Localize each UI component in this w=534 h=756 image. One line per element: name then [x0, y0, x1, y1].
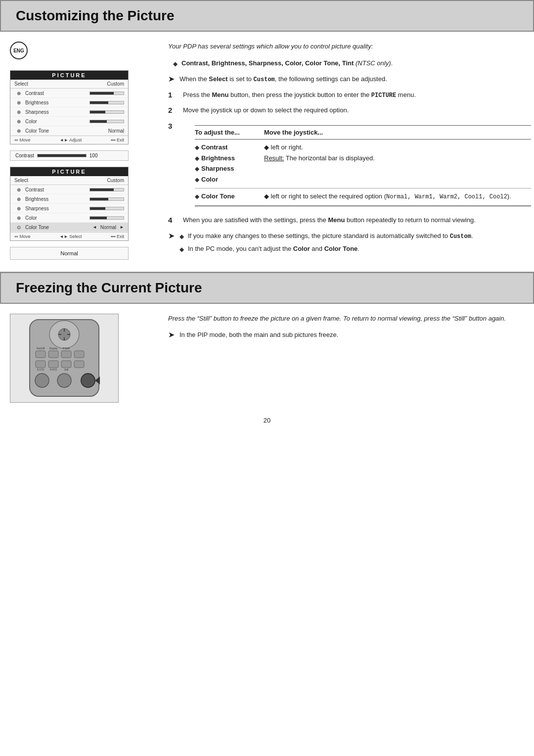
- step3-sharpness: ◆Sharpness: [195, 164, 531, 174]
- menu2-row-brightness: ⊕ Brightness: [10, 194, 128, 204]
- diamond-icon-5: ◆: [195, 176, 199, 183]
- svg-text:Display: Display: [49, 347, 58, 350]
- m2-contrast-label: Contrast: [25, 187, 88, 192]
- step3-colortone-action: ◆ left or right to select the required o…: [264, 191, 531, 201]
- section2-right-panel: Press the “Still” button to freeze the p…: [158, 314, 519, 403]
- step3-contrast-action: ◆ left or right.: [264, 142, 531, 152]
- m2-contrast-bar: [89, 188, 124, 191]
- adjust-label: ◄► Adjust: [59, 138, 82, 142]
- color-icon: ⊕: [14, 118, 23, 125]
- step2-text: Move the joystick up or down to select t…: [183, 105, 349, 115]
- brightness-icon: ⊕: [14, 99, 23, 106]
- svg-rect-7: [36, 351, 45, 358]
- right-panel: Your PDP has several settings which allo…: [158, 42, 519, 262]
- contrast-standalone: Contrast 100: [10, 150, 129, 161]
- contrast-standalone-value: 100: [89, 153, 98, 158]
- step3-table: To adjust the... Move the joystick... ◆C…: [195, 125, 531, 207]
- menu2-row-contrast: ⊕ Contrast: [10, 185, 128, 194]
- svg-rect-15: [48, 361, 58, 368]
- step3-brightness-action: Result: The horizontal bar is displayed.: [264, 153, 531, 163]
- m2-sharpness-label: Sharpness: [25, 206, 88, 211]
- step4-text: When you are satisfied with the settings…: [183, 215, 476, 225]
- contrast-icon: ⊕: [14, 90, 23, 96]
- picture-menu-1-title: PICTURE: [10, 71, 128, 80]
- picture-menu-1-subheader: Select Custom: [10, 80, 128, 89]
- step3-contrast: ◆Contrast ◆ left or right.: [195, 142, 531, 152]
- sharpness-bar: [89, 110, 124, 114]
- step3-group2: ◆Color Tone ◆ left or right to select th…: [195, 189, 531, 206]
- colortone-value-1: Normal: [108, 128, 124, 134]
- m2-brightness-bar: [89, 197, 124, 201]
- menu-row-brightness: ⊕ Brightness: [10, 98, 128, 107]
- m2-brightness-icon: ⊕: [14, 195, 23, 202]
- m2-brightness-label: Brightness: [25, 196, 88, 202]
- sharpness-label-1: Sharpness: [25, 109, 88, 115]
- step3-sharpness-label: ◆Sharpness: [195, 164, 264, 174]
- contrast-standalone-bar: [37, 154, 87, 157]
- m2-right-arrow: ►: [120, 225, 124, 230]
- svg-rect-16: [61, 361, 71, 368]
- note3-text: In the PC mode, you can't adjust the Col…: [188, 244, 359, 254]
- svg-rect-8: [48, 351, 58, 358]
- feature-list: Contrast, Brightness, Sharpness, Color, …: [181, 58, 393, 68]
- sharpness-icon: ⊕: [14, 108, 23, 115]
- move-label: ⇔ Move: [14, 138, 31, 142]
- m2-left-arrow: ◄: [92, 225, 97, 230]
- intro-text: Your PDP has several settings which allo…: [168, 42, 519, 51]
- arrow-icon-1: ➤: [168, 73, 175, 85]
- step3-brightness-label: ◆Brightness: [195, 153, 264, 163]
- m2-colortone-value: Normal: [100, 225, 116, 230]
- svg-rect-17: [74, 361, 84, 368]
- feature-bullets: ◆ Contrast, Brightness, Sharpness, Color…: [173, 58, 519, 68]
- exit-label: ▪▪▪ Exit: [111, 138, 124, 142]
- m2-colortone-icon: ⊙: [14, 224, 23, 231]
- section2-left-panel: Text/Off Display P.Size S.STD P.STD Stil…: [10, 314, 148, 403]
- arrow-note-1: ➤ When the Select is set to Custom, the …: [168, 74, 519, 85]
- diamond-icon-8: ◆: [179, 245, 184, 254]
- color-bar: [89, 120, 124, 123]
- picture-menu-1-footer: ⇔ Move ◄► Adjust ▪▪▪ Exit: [10, 136, 128, 144]
- step-4: 4 When you are satisfied with the settin…: [168, 215, 519, 226]
- page-number: 20: [0, 413, 534, 431]
- svg-text:Still: Still: [64, 368, 68, 371]
- picture-menu-2-title: PICTURE: [10, 167, 128, 176]
- section2-content: Text/Off Display P.Size S.STD P.STD Stil…: [0, 304, 534, 413]
- step3-group1: ◆Contrast ◆ left or right. ◆Brightness R…: [195, 140, 531, 189]
- picture-menu-2: PICTURE Select Custom ⊕ Contrast ⊕ Brigh…: [10, 167, 129, 241]
- contrast-standalone-label: Contrast: [15, 153, 34, 158]
- menu2-row-colortone: ⊙ Color Tone ◄ Normal ►: [10, 223, 128, 232]
- menu2-row-sharpness: ⊕ Sharpness: [10, 204, 128, 213]
- colortone-label-1: Color Tone: [25, 128, 106, 134]
- diamond-icon-7: ◆: [179, 232, 184, 241]
- color-label-1: Color: [25, 119, 88, 124]
- note2: ◆ If you make any changes to these setti…: [179, 231, 473, 241]
- section2-title: Freezing the Current Picture: [16, 280, 518, 296]
- remote-svg: Text/Off Display P.Size S.STD P.STD Stil…: [15, 317, 114, 399]
- svg-rect-10: [74, 351, 84, 358]
- step4-num: 4: [168, 215, 180, 226]
- svg-rect-14: [36, 361, 45, 368]
- step-2: 2 Move the joystick up or down to select…: [168, 105, 519, 116]
- section2-intro: Press the “Still” button to freeze the p…: [168, 314, 519, 324]
- normal-text-box: Normal: [10, 247, 129, 260]
- section2-header: Freezing the Current Picture: [0, 272, 534, 304]
- remote-control-image: Text/Off Display P.Size S.STD P.STD Stil…: [10, 314, 119, 403]
- diamond-icon-4: ◆: [195, 165, 199, 172]
- step-1: 1 Press the Menu button, then press the …: [168, 90, 519, 101]
- menu2-row-color: ⊕ Color: [10, 213, 128, 223]
- diamond-icon-6: ◆: [195, 193, 199, 200]
- menu-row-sharpness: ⊕ Sharpness: [10, 107, 128, 117]
- note2-text: If you make any changes to these setting…: [188, 231, 473, 241]
- select-label-2: Select: [14, 178, 28, 183]
- arrow-icon-2: ➤: [168, 230, 175, 242]
- m2-select-label: ◄► Select: [59, 234, 82, 239]
- colortone-icon: ⊕: [14, 127, 23, 134]
- picture-menu-2-footer: ⇔ Move ◄► Select ▪▪▪ Exit: [10, 232, 128, 240]
- note3: ◆ In the PC mode, you can't adjust the C…: [179, 244, 473, 254]
- contrast-label-1: Contrast: [25, 91, 88, 96]
- step3-num: 3: [168, 121, 180, 132]
- step3-color: ◆Color: [195, 175, 531, 185]
- page: Customizing the Picture ENG PICTURE Sele…: [0, 0, 534, 756]
- custom-label-2: Custom: [107, 178, 124, 183]
- step3-content: To adjust the... Move the joystick... ◆C…: [183, 121, 519, 211]
